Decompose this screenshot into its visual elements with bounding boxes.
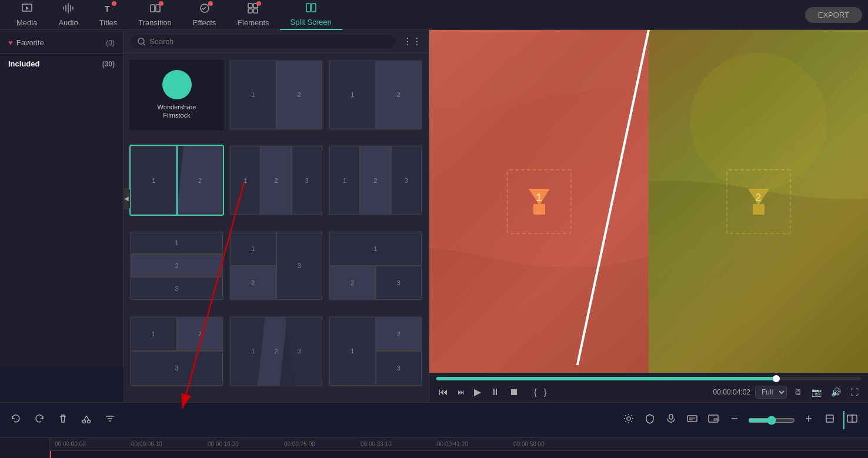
split-2v-cell-selected[interactable]: 1 2 (129, 145, 224, 216)
split-seg: 3 (376, 351, 422, 385)
step-back-button[interactable]: ⏮ (436, 386, 450, 399)
split-seg: 1 (329, 232, 422, 266)
nav-transition[interactable]: Transition (128, 0, 182, 30)
top-nav: Media Audio T Titles Transition Effects (0, 0, 868, 30)
svg-point-16 (690, 53, 827, 190)
playback-area: ⏮ ⏭ ▶ ⏸ ⏹ { } 00:00:04:02 Full1/21/4 🖥 📷… (429, 373, 868, 402)
split-2h-b-cell[interactable]: 1 2 (328, 59, 423, 131)
time-display: 00:00:04:02 (713, 388, 750, 396)
split-1top2bot-cell[interactable]: 1 2 3 (328, 230, 423, 302)
screenshot-button[interactable]: 📷 (809, 386, 824, 398)
nav-audio-label: Audio (58, 18, 78, 27)
split-1left2right-cell[interactable]: 1 2 3 (328, 316, 423, 387)
nav-transition-label: Transition (138, 18, 172, 27)
time-marker-1: 00:00:08:10 (131, 441, 208, 447)
bottom-toolbar (0, 402, 868, 437)
playhead (50, 451, 51, 458)
search-icon (138, 38, 146, 46)
included-label: Included (8, 59, 39, 68)
split-3h-b-cell[interactable]: 1 2 3 (328, 145, 423, 216)
elements-icon (247, 2, 259, 17)
split-panel-button[interactable] (843, 411, 860, 429)
nav-elements[interactable]: Elements (226, 0, 279, 30)
mic-button[interactable] (663, 411, 679, 429)
quality-select[interactable]: Full1/21/4 (755, 386, 787, 399)
split-seg: 1 (230, 232, 276, 266)
nav-split-screen[interactable]: Split Screen (280, 0, 342, 30)
search-input[interactable] (149, 37, 389, 46)
split-seg: 1 (329, 61, 376, 129)
svg-point-18 (88, 420, 91, 423)
zoom-in-button[interactable] (801, 411, 816, 429)
time-ruler: 00:00:00:00 00:00:08:10 00:00:16:20 00:0… (50, 438, 868, 451)
svg-point-22 (627, 417, 630, 420)
nav-elements-label: Elements (237, 18, 269, 27)
split-diag3-cell[interactable]: 1 2 3 (229, 230, 323, 302)
sidebar-toggle[interactable]: ◀ (123, 188, 130, 209)
nav-effects[interactable]: Effects (182, 0, 227, 30)
transition-icon (149, 2, 161, 17)
delete-button[interactable] (55, 411, 71, 429)
filmstock-cell[interactable]: WondershareFilmstock (129, 59, 224, 131)
split-seg: 3 (131, 277, 223, 300)
svg-marker-13 (170, 79, 184, 91)
split-diagslant3-cell[interactable]: 1 2 3 (229, 316, 323, 387)
cut-button[interactable] (79, 411, 94, 429)
split-seg: 2 (276, 61, 323, 129)
split-screen-icon (305, 2, 317, 16)
time-marker-2: 00:00:16:20 (208, 441, 284, 447)
fit-button[interactable] (822, 411, 837, 429)
play-button[interactable]: ▶ (472, 385, 483, 399)
bracket-out-button[interactable]: } (542, 386, 549, 398)
svg-rect-10 (312, 4, 316, 12)
zoom-control (748, 416, 795, 425)
preview-area: 1 (429, 30, 868, 373)
pause-button[interactable]: ⏸ (488, 386, 502, 399)
filter-button[interactable] (102, 411, 118, 429)
timeline-left: 🎞 🔒 👁 (0, 438, 50, 458)
split-3h-cell[interactable]: 1 2 3 (229, 145, 323, 216)
zoom-out-button[interactable] (727, 411, 742, 429)
filmstock-text: WondershareFilmstock (158, 103, 196, 120)
pip-button[interactable] (706, 411, 721, 429)
split-seg: 1 (131, 317, 177, 351)
split-2top1bot-cell[interactable]: 1 2 3 (129, 316, 224, 387)
split-seg: 1 (329, 146, 360, 215)
nav-audio[interactable]: Audio (48, 0, 88, 30)
shield-button[interactable] (642, 411, 657, 429)
sidebar-item-included[interactable]: Included (30) (0, 56, 123, 72)
titles-icon: T (102, 2, 114, 17)
volume-button[interactable]: 🔊 (829, 386, 843, 398)
split-seg: 1 (131, 232, 223, 255)
undo-button[interactable] (8, 411, 24, 429)
nav-titles[interactable]: T Titles (89, 0, 128, 30)
time-marker-5: 00:00:41:20 (437, 441, 513, 447)
sidebar-item-favorite[interactable]: ♥ Favorite (0) (0, 35, 123, 51)
svg-text:T: T (105, 4, 110, 14)
center-panel: ⋮⋮ WondershareFilmstock 1 2 1 (123, 30, 429, 402)
progress-bar[interactable] (436, 377, 861, 380)
monitor-button[interactable]: 🖥 (792, 386, 804, 398)
export-button[interactable]: EXPORT (805, 7, 862, 23)
favorite-count: (0) (106, 39, 115, 47)
nav-media[interactable]: Media (6, 0, 48, 30)
bracket-in-button[interactable]: { (532, 386, 539, 398)
redo-button[interactable] (32, 411, 47, 429)
prev-frame-button[interactable]: ⏭ (455, 387, 467, 397)
zoom-slider[interactable] (748, 416, 795, 425)
settings-button[interactable] (621, 411, 636, 429)
split-screen-grid: WondershareFilmstock 1 2 1 2 1 (123, 54, 429, 402)
split-seg: 1 (329, 317, 376, 386)
split-2h-cell[interactable]: 1 2 (229, 59, 323, 131)
favorite-label: Favorite (16, 38, 44, 47)
caption-button[interactable] (685, 411, 700, 429)
search-box (131, 35, 396, 48)
split-seg: 1 (131, 146, 177, 215)
stop-button[interactable]: ⏹ (507, 386, 521, 399)
split-3v-cell[interactable]: 1 2 3 (129, 230, 224, 302)
grid-dots-icon[interactable]: ⋮⋮ (403, 36, 422, 47)
fullscreen-button[interactable]: ⛶ (848, 386, 861, 398)
progress-fill (436, 377, 776, 380)
split-seg: 2 (230, 266, 276, 300)
split-seg: 3 (131, 351, 223, 385)
